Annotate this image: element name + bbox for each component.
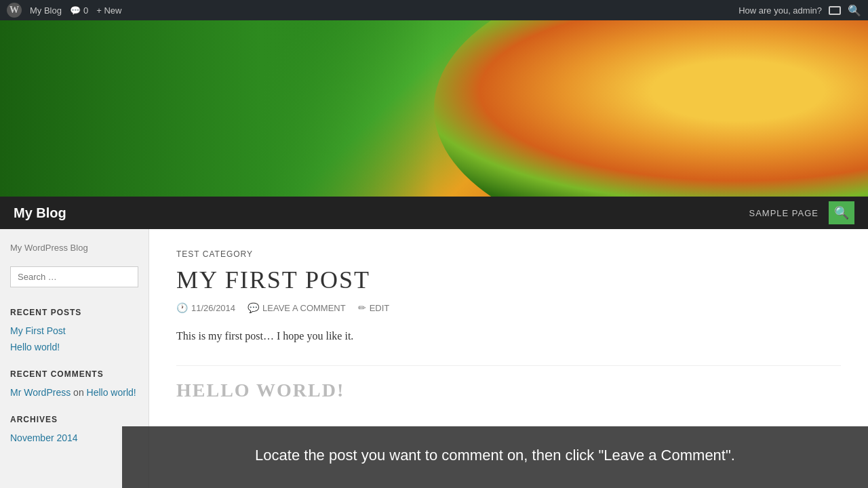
admin-greeting: How are you, admin?: [738, 5, 822, 16]
screen-options-icon[interactable]: [829, 6, 841, 15]
archive-link-0[interactable]: November 2014: [10, 432, 138, 443]
sidebar-tagline: My WordPress Blog: [10, 243, 138, 253]
post-date: 🕐 11/26/2014: [176, 302, 235, 313]
admin-bar: W My Blog 💬 0 + New How are you, admin? …: [0, 0, 868, 20]
admin-bar-new[interactable]: + New: [96, 5, 121, 16]
archives-section: ARCHIVES November 2014: [10, 415, 138, 443]
edit-link[interactable]: ✏ EDIT: [358, 302, 390, 313]
admin-bar-site-name[interactable]: My Blog: [30, 5, 62, 16]
comment-author-link[interactable]: Mr WordPress: [10, 387, 71, 398]
wp-logo-icon[interactable]: W: [7, 3, 22, 18]
post-body: This is my first post… I hope you like i…: [176, 327, 841, 345]
comment-on-text: on: [73, 387, 86, 398]
tooltip-overlay: Locate the post you want to comment on, …: [122, 426, 868, 488]
sidebar-recent-post-1[interactable]: Hello world!: [10, 342, 138, 352]
tooltip-text: Locate the post you want to comment on, …: [255, 447, 735, 464]
recent-comment-0: Mr WordPress on Hello world!: [10, 387, 138, 398]
nav-sample-page[interactable]: SAMPLE PAGE: [749, 208, 818, 218]
admin-bar-comments[interactable]: 💬 0: [70, 5, 88, 16]
comment-post-link[interactable]: Hello world!: [87, 387, 136, 398]
search-input[interactable]: [10, 266, 138, 287]
site-header-banner: [0, 20, 868, 197]
pencil-icon: ✏: [358, 302, 366, 313]
leave-comment-link[interactable]: 💬 LEAVE A COMMENT: [248, 302, 346, 313]
nav-bar: My Blog SAMPLE PAGE 🔍: [0, 197, 868, 229]
comment-bubble-icon: 💬: [248, 302, 259, 313]
second-post-peek: HELLO WORLD!: [176, 380, 841, 401]
post-category: TEST CATEGORY: [176, 249, 841, 259]
comments-icon: 💬: [70, 5, 81, 16]
sidebar-recent-post-0[interactable]: My First Post: [10, 325, 138, 336]
nav-search-icon[interactable]: 🔍: [829, 201, 854, 224]
post-article: TEST CATEGORY MY FIRST POST 🕐 11/26/2014…: [176, 249, 841, 345]
recent-comments-section: RECENT COMMENTS Mr WordPress on Hello wo…: [10, 369, 138, 398]
site-title[interactable]: My Blog: [14, 205, 66, 221]
second-post-title: HELLO WORLD!: [176, 380, 841, 401]
recent-posts-section: RECENT POSTS My First Post Hello world!: [10, 308, 138, 352]
post-divider: [176, 365, 841, 366]
admin-search-icon[interactable]: 🔍: [848, 4, 861, 17]
recent-posts-heading: RECENT POSTS: [10, 308, 138, 317]
recent-comments-heading: RECENT COMMENTS: [10, 369, 138, 379]
archives-heading: ARCHIVES: [10, 415, 138, 424]
post-meta: 🕐 11/26/2014 💬 LEAVE A COMMENT ✏ EDIT: [176, 302, 841, 313]
calendar-icon: 🕐: [176, 302, 188, 313]
post-title: MY FIRST POST: [176, 266, 841, 294]
